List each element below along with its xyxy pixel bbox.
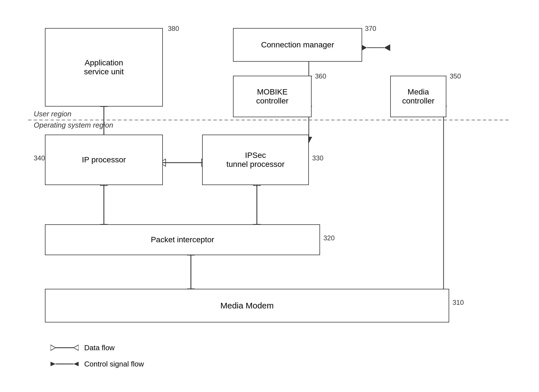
control-signal-flow-legend: Control signal flow (51, 358, 144, 370)
ref-320: 320 (323, 234, 335, 242)
svg-text:Operating system region: Operating system region (34, 121, 113, 129)
connection-manager-box: Connection manager (233, 28, 362, 62)
connection-manager-label: Connection manager (261, 40, 334, 49)
media-controller-box: Mediacontroller (390, 76, 446, 117)
packet-interceptor-label: Packet interceptor (151, 235, 214, 244)
ipsec-tunnel-processor-label: IPSectunnel processor (226, 151, 284, 169)
media-modem-label: Media Modem (220, 301, 274, 310)
ref-360: 360 (315, 72, 326, 80)
svg-marker-30 (51, 345, 56, 351)
data-flow-label: Data flow (84, 343, 115, 352)
ip-processor-box: IP processor (45, 135, 163, 185)
ref-330: 330 (312, 154, 323, 162)
mobike-controller-label: MOBIKEcontroller (256, 87, 288, 105)
ref-350: 350 (450, 72, 461, 80)
svg-marker-25 (384, 44, 390, 51)
ip-processor-label: IP processor (82, 155, 126, 164)
legend: Data flow Control signal flow (51, 342, 144, 372)
media-controller-label: Mediacontroller (402, 87, 434, 105)
diagram-container: User region Operating system region (28, 11, 511, 381)
ref-370: 370 (365, 25, 376, 33)
application-service-unit-box: Applicationservice unit (45, 28, 163, 107)
svg-marker-35 (74, 362, 79, 366)
control-signal-flow-label: Control signal flow (84, 360, 144, 368)
ipsec-tunnel-processor-box: IPSectunnel processor (202, 135, 309, 185)
svg-marker-33 (51, 362, 56, 366)
ref-310: 310 (453, 299, 464, 306)
data-flow-legend: Data flow (51, 342, 144, 353)
svg-marker-32 (74, 345, 79, 351)
packet-interceptor-box: Packet interceptor (45, 224, 320, 255)
ref-380: 380 (168, 25, 179, 33)
mobike-controller-box: MOBIKEcontroller (233, 76, 312, 117)
application-service-unit-label: Applicationservice unit (84, 58, 124, 76)
svg-text:User region: User region (34, 110, 71, 118)
media-modem-box: Media Modem (45, 289, 449, 322)
ref-340: 340 (34, 154, 45, 162)
